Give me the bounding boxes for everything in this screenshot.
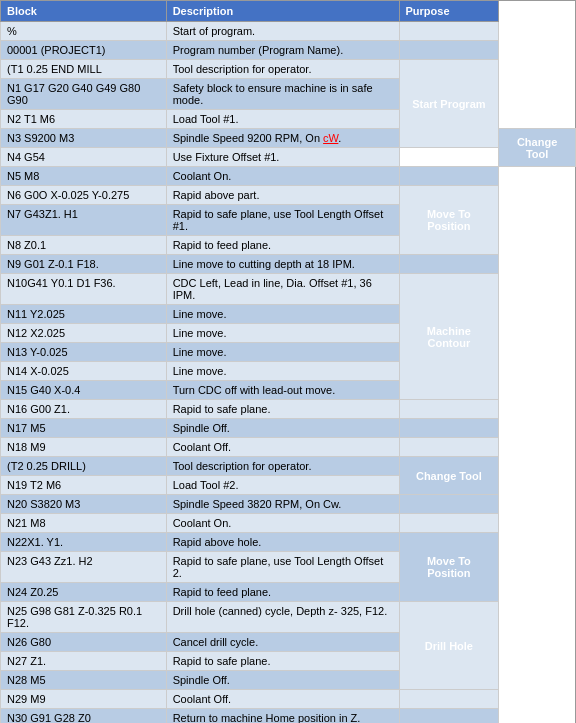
description-cell: Spindle Off. <box>166 419 399 438</box>
table-row: %Start of program. <box>1 22 576 41</box>
table-row: (T2 0.25 DRILL)Tool description for oper… <box>1 457 576 476</box>
block-cell: N3 S9200 M3 <box>1 129 167 148</box>
table-row: 00001 (PROJECT1)Program number (Program … <box>1 41 576 60</box>
table-row: N29 M9Coolant Off. <box>1 690 576 709</box>
purpose-cell: Move To Position <box>399 533 499 602</box>
block-cell: N26 G80 <box>1 633 167 652</box>
main-table: Block Description Purpose %Start of prog… <box>0 0 576 723</box>
block-cell: N25 G98 G81 Z-0.325 R0.1 F12. <box>1 602 167 633</box>
description-cell: Use Fixture Offset #1. <box>166 148 399 167</box>
block-cell: N21 M8 <box>1 514 167 533</box>
description-cell: Load Tool #1. <box>166 110 399 129</box>
description-cell: Rapid to feed plane. <box>166 583 399 602</box>
table-row: N9 G01 Z-0.1 F18.Line move to cutting de… <box>1 255 576 274</box>
description-cell: Line move to cutting depth at 18 IPM. <box>166 255 399 274</box>
purpose-cell: Change Tool <box>499 129 576 167</box>
purpose-empty-cell <box>399 22 499 41</box>
header-purpose: Purpose <box>399 1 499 22</box>
table-row: N18 M9Coolant Off. <box>1 438 576 457</box>
purpose-empty-cell <box>399 400 499 419</box>
purpose-cell: Machine Contour <box>399 274 499 400</box>
table-row: N30 G91 G28 Z0Return to machine Home pos… <box>1 709 576 724</box>
description-cell: Line move. <box>166 343 399 362</box>
block-cell: (T2 0.25 DRILL) <box>1 457 167 476</box>
table-row: (T1 0.25 END MILLTool description for op… <box>1 60 576 79</box>
description-cell: Turn CDC off with lead-out move. <box>166 381 399 400</box>
purpose-cell: End Program <box>399 709 499 724</box>
purpose-cell: Start Program <box>399 60 499 148</box>
header-block: Block <box>1 1 167 22</box>
purpose-empty-cell <box>399 167 499 186</box>
purpose-empty-cell <box>399 495 499 514</box>
description-cell: Coolant On. <box>166 167 399 186</box>
table-row: N16 G00 Z1.Rapid to safe plane. <box>1 400 576 419</box>
red-text: cW <box>323 132 338 144</box>
block-cell: N20 S3820 M3 <box>1 495 167 514</box>
purpose-cell: Change Tool <box>399 457 499 495</box>
block-cell: N5 M8 <box>1 167 167 186</box>
block-cell: N12 X2.025 <box>1 324 167 343</box>
table-row: N4 G54Use Fixture Offset #1. <box>1 148 576 167</box>
block-cell: N15 G40 X-0.4 <box>1 381 167 400</box>
table-row: N21 M8Coolant On. <box>1 514 576 533</box>
description-cell: Start of program. <box>166 22 399 41</box>
purpose-empty-cell <box>399 438 499 457</box>
description-cell: Coolant On. <box>166 514 399 533</box>
description-cell: Rapid to feed plane. <box>166 236 399 255</box>
table-row: N6 G0O X-0.025 Y-0.275Rapid above part.M… <box>1 186 576 205</box>
block-cell: N23 G43 Zz1. H2 <box>1 552 167 583</box>
block-cell: N24 Z0.25 <box>1 583 167 602</box>
block-cell: N13 Y-0.025 <box>1 343 167 362</box>
description-cell: Line move. <box>166 362 399 381</box>
purpose-empty-cell <box>399 690 499 709</box>
table-row: N25 G98 G81 Z-0.325 R0.1 F12.Drill hole … <box>1 602 576 633</box>
block-cell: N16 G00 Z1. <box>1 400 167 419</box>
block-cell: 00001 (PROJECT1) <box>1 41 167 60</box>
block-cell: N27 Z1. <box>1 652 167 671</box>
description-cell: Rapid to safe plane. <box>166 652 399 671</box>
description-cell: Coolant Off. <box>166 438 399 457</box>
purpose-cell: Move To Position <box>399 186 499 255</box>
block-cell: N28 M5 <box>1 671 167 690</box>
block-cell: N29 M9 <box>1 690 167 709</box>
block-cell: % <box>1 22 167 41</box>
block-cell: N2 T1 M6 <box>1 110 167 129</box>
description-cell: Rapid to safe plane, use Tool Length Off… <box>166 205 399 236</box>
purpose-empty-cell <box>399 41 499 60</box>
block-cell: N14 X-0.025 <box>1 362 167 381</box>
description-cell: Coolant Off. <box>166 690 399 709</box>
block-cell: N9 G01 Z-0.1 F18. <box>1 255 167 274</box>
block-cell: N8 Z0.1 <box>1 236 167 255</box>
description-cell: Load Tool #2. <box>166 476 399 495</box>
block-cell: N18 M9 <box>1 438 167 457</box>
description-cell: Drill hole (canned) cycle, Depth z- 325,… <box>166 602 399 633</box>
block-cell: N11 Y2.025 <box>1 305 167 324</box>
description-cell: Tool description for operator. <box>166 457 399 476</box>
block-cell: N4 G54 <box>1 148 167 167</box>
description-cell: Return to machine Home position in Z. <box>166 709 399 724</box>
block-cell: N1 G17 G20 G40 G49 G80 G90 <box>1 79 167 110</box>
description-cell: Cancel drill cycle. <box>166 633 399 652</box>
block-cell: N7 G43Z1. H1 <box>1 205 167 236</box>
description-cell: Tool description for operator. <box>166 60 399 79</box>
header-description: Description <box>166 1 399 22</box>
description-cell: Rapid above part. <box>166 186 399 205</box>
description-cell: Safety block to ensure machine is in saf… <box>166 79 399 110</box>
block-cell: N10G41 Y0.1 D1 F36. <box>1 274 167 305</box>
description-cell: Rapid to safe plane, use Tool Length Off… <box>166 552 399 583</box>
purpose-empty-cell <box>399 419 499 438</box>
description-cell: Line move. <box>166 324 399 343</box>
description-cell: Spindle Speed 9200 RPM, On cW. <box>166 129 399 148</box>
description-cell: Program number (Program Name). <box>166 41 399 60</box>
table-row: N17 M5Spindle Off. <box>1 419 576 438</box>
table-row: N5 M8Coolant On. <box>1 167 576 186</box>
block-cell: N17 M5 <box>1 419 167 438</box>
purpose-empty-cell <box>399 514 499 533</box>
block-cell: (T1 0.25 END MILL <box>1 60 167 79</box>
description-cell: Spindle Off. <box>166 671 399 690</box>
purpose-empty-cell <box>399 255 499 274</box>
purpose-cell: Drill Hole <box>399 602 499 690</box>
table-row: N10G41 Y0.1 D1 F36.CDC Left, Lead in lin… <box>1 274 576 305</box>
description-cell: Line move. <box>166 305 399 324</box>
description-cell: Rapid above hole. <box>166 533 399 552</box>
